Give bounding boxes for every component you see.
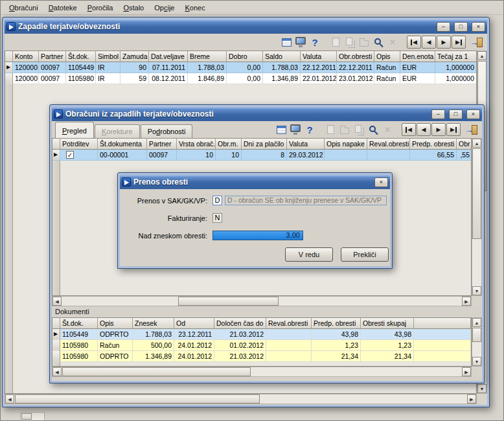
menu-porocila[interactable]: Poročila — [82, 2, 119, 14]
column-header[interactable]: Potrditev — [60, 139, 98, 150]
help-button[interactable]: ? — [308, 35, 322, 49]
column-header[interactable]: Določen čas do — [214, 318, 266, 329]
column-header[interactable]: Opis — [98, 318, 133, 329]
column-header[interactable]: Valuta — [301, 51, 337, 62]
scroll-left-button[interactable]: ◀ — [5, 394, 14, 404]
tab-podrobnosti[interactable]: Podrobnosti — [141, 124, 193, 138]
horizontal-scrollbar[interactable]: ◀ ▶ — [52, 367, 472, 377]
horizontal-scrollbar[interactable]: ◀ ▶ — [52, 296, 472, 306]
column-header[interactable]: Saldo — [263, 51, 301, 62]
minimize-button[interactable]: – — [431, 109, 445, 119]
column-header[interactable]: Znesek — [133, 318, 174, 329]
nav-prev-button[interactable]: ◀ — [417, 123, 431, 136]
scroll-down-button[interactable]: ▼ — [472, 357, 481, 366]
column-header[interactable]: Št.dok. — [60, 318, 98, 329]
column-header[interactable]: Valuta — [287, 139, 325, 150]
column-header[interactable]: Opis napake — [325, 139, 367, 150]
column-header[interactable]: Od — [174, 318, 214, 329]
column-header[interactable]: Obresti skupaj — [361, 318, 414, 329]
minimize-button[interactable]: – — [437, 22, 450, 32]
menu-opcije[interactable]: Opcije — [149, 2, 179, 14]
menu-datoteke[interactable]: Datoteke — [43, 2, 82, 14]
potrditev-checkbox[interactable]: ✓ — [66, 151, 74, 159]
nav-first-button[interactable]: ◀ — [407, 36, 421, 49]
export-button[interactable] — [279, 35, 293, 49]
column-header[interactable]: Vrsta obrač. — [177, 139, 216, 150]
column-header[interactable]: Obr.m. — [216, 139, 242, 150]
maximize-button[interactable]: □ — [454, 22, 468, 32]
copy-button[interactable] — [352, 122, 366, 137]
column-header[interactable]: Opis — [374, 51, 400, 62]
cancel-button[interactable]: Prekliči — [341, 247, 389, 262]
table-row[interactable]: ▶1105449ODPRTO1.788,0323.12.201121.03.20… — [52, 329, 471, 340]
scrollbar-thumb[interactable] — [472, 328, 481, 342]
tab-korekture[interactable]: Korekture — [95, 124, 140, 138]
folder-button[interactable] — [338, 122, 352, 137]
preview-button[interactable] — [288, 122, 303, 137]
column-header[interactable]: Predp. obresti — [312, 318, 361, 329]
close-button[interactable]: × — [472, 22, 485, 32]
column-header[interactable]: Partner — [39, 51, 66, 62]
column-header[interactable]: Den.enota — [400, 51, 435, 62]
scrollbar-thumb[interactable] — [21, 413, 32, 420]
new-document-button[interactable] — [328, 35, 343, 49]
scroll-up-button[interactable]: ▲ — [477, 51, 487, 60]
table-row[interactable]: ▶✓00-00001000971010829.03.201266,55,55 — [52, 150, 471, 161]
column-header[interactable]: Partner — [147, 139, 177, 150]
help-button[interactable]: ? — [303, 122, 317, 137]
copy-button[interactable] — [343, 35, 357, 49]
prenos-code-input[interactable]: D — [212, 196, 222, 205]
export-button[interactable] — [274, 122, 288, 137]
scroll-down-button[interactable]: ▼ — [472, 286, 481, 295]
fakturiranje-input[interactable]: N — [212, 213, 222, 223]
menu-ostalo[interactable]: Ostalo — [118, 2, 149, 14]
nav-last-button[interactable]: ▶ — [452, 36, 466, 49]
column-header[interactable]: Reval.obresti — [367, 139, 410, 150]
dialog-titlebar[interactable]: Prenos obresti × — [120, 175, 390, 189]
menu-obracuni[interactable]: Obračuni — [4, 2, 43, 14]
scroll-right-button[interactable]: ▶ — [462, 297, 471, 306]
nav-next-button[interactable]: ▶ — [437, 36, 451, 49]
nav-last-button[interactable]: ▶ — [446, 123, 461, 136]
mdi-horizontal-scrollbar[interactable] — [20, 412, 45, 421]
scroll-right-button[interactable]: ▶ — [462, 367, 471, 376]
column-header[interactable]: Predp. obresti — [410, 139, 457, 150]
table-row[interactable]: 1105980ODPRTO1.346,8924.01.201221.03.201… — [52, 351, 471, 362]
maximize-button[interactable]: □ — [449, 109, 463, 119]
column-header[interactable]: Tečaj za 1 — [435, 51, 477, 62]
ok-button[interactable]: V redu — [285, 247, 333, 262]
delete-button[interactable]: × — [385, 35, 400, 49]
scroll-down-button[interactable]: ▼ — [477, 384, 487, 393]
nav-prev-button[interactable]: ◀ — [422, 36, 436, 49]
new-document-button[interactable] — [323, 122, 338, 137]
table-row[interactable]: 120000000971105980IR5908.12.20111.846,89… — [5, 73, 476, 84]
horizontal-scrollbar[interactable]: ◀ ▶ — [5, 394, 477, 404]
column-header[interactable]: Dobro — [227, 51, 263, 62]
preview-button[interactable] — [293, 35, 308, 49]
table-row[interactable]: 1105980Račun500,0024.01.201201.02.20121,… — [52, 340, 471, 351]
vertical-scrollbar[interactable]: ▲ ▼ — [472, 317, 482, 367]
column-header[interactable]: Dat.veljave — [149, 51, 188, 62]
close-button[interactable]: × — [466, 109, 480, 119]
search-button[interactable] — [371, 35, 385, 49]
scrollbar-thumb[interactable] — [178, 297, 279, 306]
nav-first-button[interactable]: ◀ — [402, 123, 416, 136]
scroll-up-button[interactable]: ▲ — [472, 139, 481, 148]
exit-button[interactable]: → — [470, 35, 484, 49]
scroll-left-button[interactable]: ◀ — [52, 297, 62, 306]
tab-pregled[interactable]: Pregled — [55, 122, 94, 138]
exit-button[interactable]: → — [464, 122, 479, 137]
nad-zneskom-input[interactable]: 3,00 — [212, 231, 303, 240]
close-button[interactable]: × — [374, 177, 388, 187]
menu-konec[interactable]: Konec — [179, 2, 210, 14]
column-header[interactable]: Št.dokumenta — [98, 139, 147, 150]
column-header[interactable]: Obr.obresti — [337, 51, 374, 62]
column-header[interactable]: Konto — [13, 51, 39, 62]
scrollbar-thumb[interactable] — [472, 148, 481, 239]
column-header[interactable]: Simbol — [96, 51, 120, 62]
scrollbar-thumb[interactable] — [62, 367, 251, 376]
scroll-up-button[interactable]: ▲ — [472, 318, 481, 327]
column-header[interactable]: Št.dok. — [66, 51, 96, 62]
column-header[interactable]: Obr — [457, 139, 472, 150]
column-header[interactable]: Dni za plačilo — [242, 139, 287, 150]
